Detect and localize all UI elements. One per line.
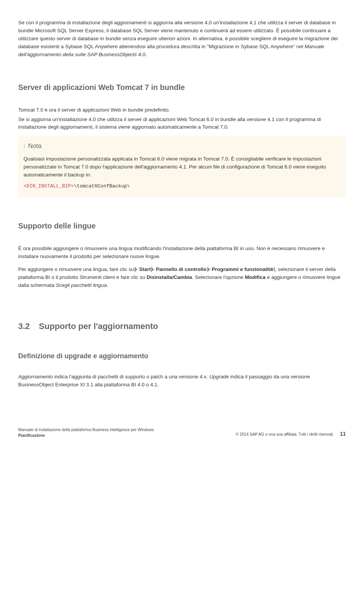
nav-arrow-icon: [135, 268, 138, 271]
nav-arrow-icon: [152, 268, 154, 271]
note-box: i Nota Qualsiasi impostazione personaliz…: [18, 136, 346, 197]
intro-end: .: [145, 52, 147, 57]
nav-start: Start: [139, 266, 151, 272]
note-header: i Nota: [24, 141, 340, 151]
code-rest: \tomcat6ConfBackup\: [74, 183, 130, 189]
nav-arrow-icon: [208, 268, 210, 271]
info-icon: i: [24, 142, 25, 151]
nav-controlpanel: Pannello di controllo: [156, 266, 207, 272]
tomcat-p1: Tomcat 7.0 è ora il server di applicazio…: [18, 106, 346, 114]
section-number: 3.2: [18, 320, 30, 333]
def-i1: Aggiornamento: [18, 374, 53, 379]
footer-left: Manuale di installazione della piattafor…: [18, 427, 154, 438]
heading-3-2: 3.2Supporto per l'aggiornamento: [18, 320, 346, 333]
footer-doc-title: Manuale di installazione della piattafor…: [18, 427, 154, 433]
lang-p2c: . Selezionare l'opzione: [192, 274, 245, 280]
code-path: <DIR_INSTALL_BIP>\tomcat6ConfBackup\: [24, 183, 340, 190]
lang-p2a: Per aggiungere o rimuovere una lingua, f…: [18, 266, 135, 272]
code-var: <DIR_INSTALL_BIP>: [24, 183, 74, 189]
footer-right: © 2014 SAP AG o una sua affiliata. Tutti…: [236, 430, 346, 438]
heading-definition: Definizione di upgrade e aggiornamento: [18, 351, 346, 362]
note-label: Nota: [28, 141, 42, 151]
lang-i1: Scegli pacchetti lingua: [56, 282, 107, 288]
lang-b1: Disinstalla/Cambia: [146, 274, 192, 280]
tomcat-p2: Se si aggiorna un'installazione 4.0 che …: [18, 116, 346, 132]
nav-programs: Programmi e funzionalità: [212, 266, 273, 272]
note-body: Qualsiasi impostazione personalizzata ap…: [24, 155, 340, 179]
nav-end-icon: [274, 267, 275, 271]
def-p1: indica l'aggiunta di pacchetti di suppor…: [53, 374, 209, 379]
intro-paragraph: Se con il programma di installazione deg…: [18, 19, 346, 59]
heading-languages: Supporto delle lingue: [18, 220, 346, 232]
intro-text: Se con il programma di installazione deg…: [18, 20, 338, 49]
lang-b2: Modifica: [245, 274, 266, 280]
def-i2: Upgrade: [209, 374, 229, 379]
page-number: 11: [340, 430, 346, 438]
footer-copyright: © 2014 SAP AG o una sua affiliata. Tutti…: [236, 431, 334, 437]
section-title: Supporto per l'aggiornamento: [39, 321, 158, 331]
def-paragraph: Aggiornamento indica l'aggiunta di pacch…: [18, 373, 346, 389]
heading-tomcat: Server di applicazioni Web Tomcat 7 in b…: [18, 82, 346, 93]
footer-section: Pianificazione: [18, 433, 154, 438]
lang-p1: È ora possibile aggiungere o rimuovere u…: [18, 245, 346, 261]
lang-p2: Per aggiungere o rimuovere una lingua, f…: [18, 266, 346, 290]
page-footer: Manuale di installazione della piattafor…: [18, 427, 346, 438]
